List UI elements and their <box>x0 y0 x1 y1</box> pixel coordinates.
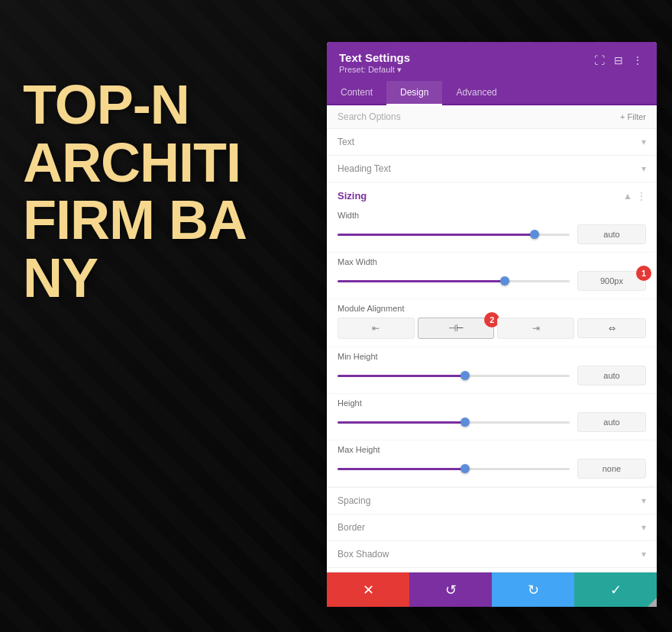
sizing-section: Sizing ▲ ⋮ Width auto <box>327 182 657 488</box>
min-height-controls: auto <box>338 366 646 385</box>
reset-icon: ↺ <box>445 582 457 598</box>
align-right-btn[interactable]: ⇥ <box>497 318 574 339</box>
hero-text: TOP-N ARCHITI FIRM BA NY <box>23 76 247 307</box>
max-height-thumb[interactable] <box>460 464 470 473</box>
redo-button[interactable]: ↻ <box>492 572 574 607</box>
cancel-icon: ✕ <box>363 582 374 598</box>
hero-line-4: NY <box>23 250 247 308</box>
section-box-shadow[interactable]: Box Shadow ▾ <box>327 541 657 568</box>
max-height-property: Max Height none <box>327 440 657 487</box>
module-alignment-property: Module Alignment ⇤ ⊣⊢ 2 ⇥ ⇔ <box>327 299 657 347</box>
sizing-controls: ▲ ⋮ <box>623 191 646 202</box>
section-spacing-arrow: ▾ <box>641 495 646 506</box>
width-slider[interactable] <box>338 228 570 240</box>
columns-icon[interactable]: ⊟ <box>612 53 625 68</box>
max-width-fill <box>338 280 505 282</box>
height-slider[interactable] <box>338 416 570 428</box>
section-text-label: Text <box>338 137 354 147</box>
panel-header: Text Settings Preset: Default ▾ ⛶ ⊟ ⋮ <box>327 42 657 81</box>
sizing-collapse-icon[interactable]: ▲ <box>623 191 632 202</box>
min-height-property: Min Height auto <box>327 347 657 394</box>
confirm-icon: ✓ <box>610 582 622 598</box>
width-controls: auto <box>338 224 646 244</box>
confirm-button[interactable]: ✓ <box>574 572 657 607</box>
align-center-icon: ⊣⊢ <box>448 323 464 334</box>
max-width-thumb[interactable] <box>500 276 509 285</box>
hero-line-2: ARCHITI <box>23 134 247 192</box>
width-value[interactable]: auto <box>577 224 646 244</box>
panel-header-right: ⛶ ⊟ ⋮ <box>593 53 645 68</box>
panel-footer: ✕ ↺ ↻ ✓ <box>327 572 657 607</box>
width-label: Width <box>338 211 646 220</box>
section-border[interactable]: Border ▾ <box>327 514 657 541</box>
height-track <box>338 421 570 424</box>
search-bar: Search Options + Filter <box>327 105 657 129</box>
min-height-thumb[interactable] <box>460 371 470 380</box>
panel-body: Text ▾ Heading Text ▾ Sizing ▲ ⋮ Width <box>327 129 657 572</box>
min-height-label: Min Height <box>338 352 646 361</box>
section-box-shadow-arrow: ▾ <box>641 549 646 559</box>
section-border-arrow: ▾ <box>641 522 646 533</box>
panel-tabs: Content Design Advanced <box>327 81 657 105</box>
alignment-controls: ⇤ ⊣⊢ 2 ⇥ ⇔ <box>338 318 646 339</box>
section-spacing-label: Spacing <box>338 495 370 506</box>
redo-icon: ↻ <box>528 582 539 598</box>
width-fill <box>338 234 535 236</box>
max-width-label: Max Width <box>338 257 646 266</box>
height-thumb[interactable] <box>460 418 470 427</box>
panel-title: Text Settings <box>339 51 410 64</box>
section-text[interactable]: Text ▾ <box>327 129 657 156</box>
settings-panel: Text Settings Preset: Default ▾ ⛶ ⊟ ⋮ Co… <box>327 42 657 607</box>
tab-advanced[interactable]: Advanced <box>442 81 510 105</box>
section-heading-text[interactable]: Heading Text ▾ <box>327 156 657 182</box>
section-spacing[interactable]: Spacing ▾ <box>327 488 657 514</box>
cancel-button[interactable]: ✕ <box>327 572 409 607</box>
height-fill <box>338 421 465 424</box>
height-property: Height auto <box>327 394 657 440</box>
height-value[interactable]: auto <box>577 412 646 432</box>
section-heading-text-label: Heading Text <box>338 163 391 174</box>
hero-line-3: FIRM BA <box>23 192 247 250</box>
align-left-icon: ⇤ <box>372 323 380 334</box>
max-width-slider[interactable] <box>338 275 570 287</box>
max-width-track <box>338 280 570 282</box>
align-left-btn[interactable]: ⇤ <box>338 318 415 339</box>
section-border-label: Border <box>338 522 365 533</box>
max-height-controls: none <box>338 459 646 479</box>
align-justify-value[interactable]: ⇔ <box>577 318 646 338</box>
min-height-value[interactable]: auto <box>577 366 646 385</box>
tab-design[interactable]: Design <box>386 81 442 105</box>
fullscreen-icon[interactable]: ⛶ <box>593 53 606 68</box>
max-width-property: Max Width 900px 1 <box>327 253 657 299</box>
sizing-more-icon[interactable]: ⋮ <box>637 191 646 202</box>
max-height-value[interactable]: none <box>577 459 646 479</box>
width-track <box>338 234 570 236</box>
max-height-fill <box>338 468 465 470</box>
height-label: Height <box>338 398 646 408</box>
section-heading-text-arrow: ▾ <box>641 163 646 174</box>
tab-content[interactable]: Content <box>327 81 386 105</box>
max-height-label: Max Height <box>338 445 646 454</box>
hero-line-1: TOP-N <box>23 76 247 134</box>
height-controls: auto <box>338 412 646 432</box>
panel-preset: Preset: Default ▾ <box>339 65 410 75</box>
section-box-shadow-label: Box Shadow <box>338 549 389 559</box>
reset-button[interactable]: ↺ <box>409 572 492 607</box>
max-height-track <box>338 468 570 470</box>
sizing-header: Sizing ▲ ⋮ <box>327 182 657 206</box>
max-height-slider[interactable] <box>338 463 570 475</box>
sizing-title: Sizing <box>338 190 367 202</box>
section-text-arrow: ▾ <box>641 137 646 147</box>
min-height-track <box>338 375 570 377</box>
max-width-value[interactable]: 900px 1 <box>577 271 646 291</box>
width-thumb[interactable] <box>530 230 539 239</box>
more-icon[interactable]: ⋮ <box>631 53 645 68</box>
align-center-btn[interactable]: ⊣⊢ 2 <box>418 318 495 339</box>
search-placeholder[interactable]: Search Options <box>338 111 401 122</box>
filter-button[interactable]: + Filter <box>620 112 646 121</box>
min-height-fill <box>338 375 465 377</box>
align-right-icon: ⇥ <box>532 323 540 334</box>
min-height-slider[interactable] <box>338 369 570 382</box>
align-justify-icon: ⇔ <box>609 324 615 334</box>
panel-header-left: Text Settings Preset: Default ▾ <box>339 51 410 75</box>
